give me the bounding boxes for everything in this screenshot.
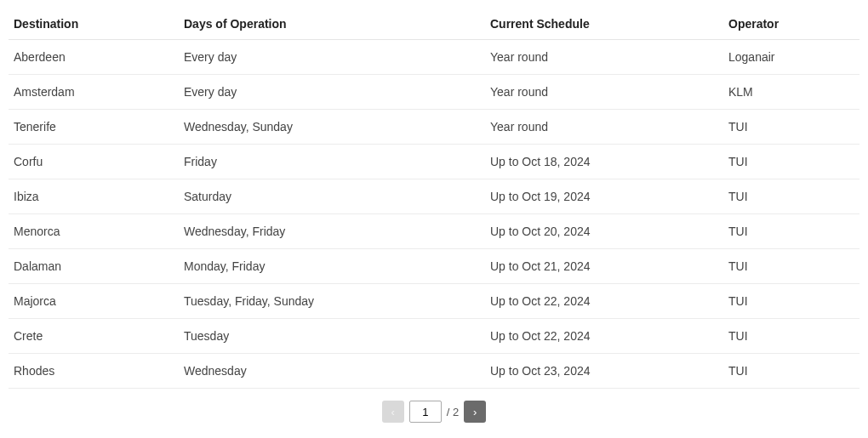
cell-days: Saturday bbox=[179, 179, 485, 214]
table-row: Crete Tuesday Up to Oct 22, 2024 TUI bbox=[9, 319, 859, 354]
cell-operator: TUI bbox=[723, 284, 859, 319]
header-destination[interactable]: Destination bbox=[9, 9, 179, 40]
cell-days: Wednesday bbox=[179, 354, 485, 389]
cell-operator: TUI bbox=[723, 319, 859, 354]
prev-page-button: ‹ bbox=[382, 401, 404, 423]
cell-schedule: Up to Oct 21, 2024 bbox=[485, 249, 723, 284]
header-schedule[interactable]: Current Schedule bbox=[485, 9, 723, 40]
cell-days: Friday bbox=[179, 145, 485, 179]
flight-schedule-table-wrap: Destination Days of Operation Current Sc… bbox=[0, 0, 868, 438]
cell-destination: Majorca bbox=[9, 284, 179, 319]
flight-schedule-table: Destination Days of Operation Current Sc… bbox=[9, 9, 859, 389]
cell-operator: TUI bbox=[723, 110, 859, 145]
cell-destination: Tenerife bbox=[9, 110, 179, 145]
cell-schedule: Year round bbox=[485, 40, 723, 75]
header-days[interactable]: Days of Operation bbox=[179, 9, 485, 40]
cell-operator: Loganair bbox=[723, 40, 859, 75]
table-row: Dalaman Monday, Friday Up to Oct 21, 202… bbox=[9, 249, 859, 284]
cell-days: Tuesday bbox=[179, 319, 485, 354]
cell-days: Every day bbox=[179, 40, 485, 75]
cell-schedule: Up to Oct 20, 2024 bbox=[485, 214, 723, 249]
cell-days: Tuesday, Friday, Sunday bbox=[179, 284, 485, 319]
table-row: Tenerife Wednesday, Sunday Year round TU… bbox=[9, 110, 859, 145]
cell-schedule: Up to Oct 19, 2024 bbox=[485, 179, 723, 214]
cell-days: Every day bbox=[179, 75, 485, 110]
cell-destination: Crete bbox=[9, 319, 179, 354]
table-row: Rhodes Wednesday Up to Oct 23, 2024 TUI bbox=[9, 354, 859, 389]
header-operator[interactable]: Operator bbox=[723, 9, 859, 40]
page-number-input[interactable] bbox=[409, 401, 442, 423]
page-total-value: 2 bbox=[453, 406, 459, 418]
cell-destination: Corfu bbox=[9, 145, 179, 179]
cell-schedule: Up to Oct 22, 2024 bbox=[485, 319, 723, 354]
cell-schedule: Year round bbox=[485, 75, 723, 110]
cell-destination: Rhodes bbox=[9, 354, 179, 389]
table-body: Aberdeen Every day Year round Loganair A… bbox=[9, 40, 859, 389]
cell-operator: KLM bbox=[723, 75, 859, 110]
cell-days: Wednesday, Sunday bbox=[179, 110, 485, 145]
cell-schedule: Up to Oct 22, 2024 bbox=[485, 284, 723, 319]
cell-schedule: Up to Oct 23, 2024 bbox=[485, 354, 723, 389]
pagination: ‹ / 2 › bbox=[9, 389, 859, 429]
table-row: Amsterdam Every day Year round KLM bbox=[9, 75, 859, 110]
table-row: Menorca Wednesday, Friday Up to Oct 20, … bbox=[9, 214, 859, 249]
table-header-row: Destination Days of Operation Current Sc… bbox=[9, 9, 859, 40]
cell-schedule: Year round bbox=[485, 110, 723, 145]
cell-operator: TUI bbox=[723, 145, 859, 179]
cell-operator: TUI bbox=[723, 179, 859, 214]
cell-destination: Amsterdam bbox=[9, 75, 179, 110]
next-page-button[interactable]: › bbox=[464, 401, 486, 423]
table-row: Ibiza Saturday Up to Oct 19, 2024 TUI bbox=[9, 179, 859, 214]
table-row: Aberdeen Every day Year round Loganair bbox=[9, 40, 859, 75]
table-row: Majorca Tuesday, Friday, Sunday Up to Oc… bbox=[9, 284, 859, 319]
cell-days: Wednesday, Friday bbox=[179, 214, 485, 249]
cell-destination: Menorca bbox=[9, 214, 179, 249]
page-total: / 2 bbox=[447, 406, 459, 418]
cell-destination: Aberdeen bbox=[9, 40, 179, 75]
cell-destination: Dalaman bbox=[9, 249, 179, 284]
cell-operator: TUI bbox=[723, 249, 859, 284]
cell-schedule: Up to Oct 18, 2024 bbox=[485, 145, 723, 179]
table-row: Corfu Friday Up to Oct 18, 2024 TUI bbox=[9, 145, 859, 179]
page-separator: / bbox=[447, 406, 450, 418]
cell-operator: TUI bbox=[723, 354, 859, 389]
cell-operator: TUI bbox=[723, 214, 859, 249]
cell-destination: Ibiza bbox=[9, 179, 179, 214]
cell-days: Monday, Friday bbox=[179, 249, 485, 284]
